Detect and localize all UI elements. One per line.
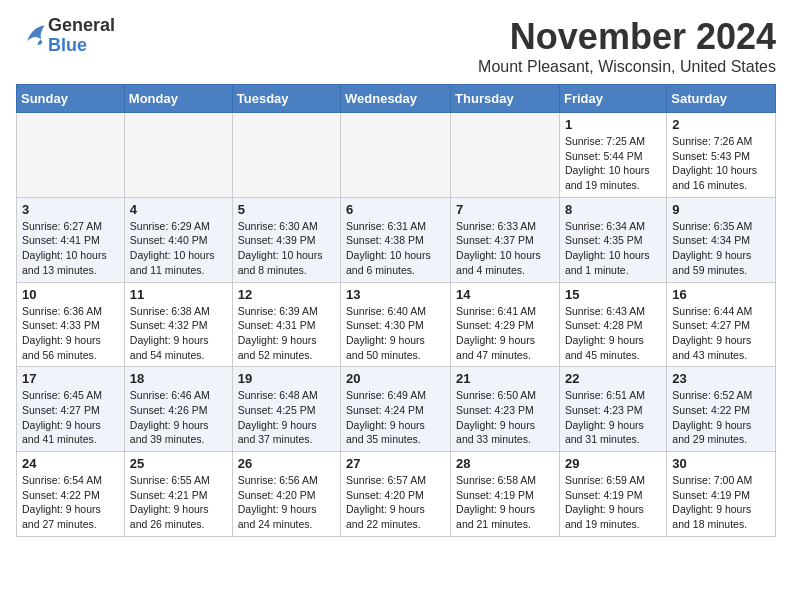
calendar-day-cell: 16Sunrise: 6:44 AM Sunset: 4:27 PM Dayli…	[667, 282, 776, 367]
day-info: Sunrise: 6:36 AM Sunset: 4:33 PM Dayligh…	[22, 304, 119, 363]
calendar-week-row: 1Sunrise: 7:25 AM Sunset: 5:44 PM Daylig…	[17, 113, 776, 198]
day-number: 3	[22, 202, 119, 217]
day-number: 10	[22, 287, 119, 302]
calendar-day-cell: 13Sunrise: 6:40 AM Sunset: 4:30 PM Dayli…	[341, 282, 451, 367]
calendar-week-row: 17Sunrise: 6:45 AM Sunset: 4:27 PM Dayli…	[17, 367, 776, 452]
day-info: Sunrise: 6:50 AM Sunset: 4:23 PM Dayligh…	[456, 388, 554, 447]
logo-bird-icon	[20, 20, 48, 48]
calendar-body: 1Sunrise: 7:25 AM Sunset: 5:44 PM Daylig…	[17, 113, 776, 537]
day-number: 17	[22, 371, 119, 386]
day-info: Sunrise: 6:31 AM Sunset: 4:38 PM Dayligh…	[346, 219, 445, 278]
day-number: 21	[456, 371, 554, 386]
day-info: Sunrise: 6:44 AM Sunset: 4:27 PM Dayligh…	[672, 304, 770, 363]
calendar-day-cell: 15Sunrise: 6:43 AM Sunset: 4:28 PM Dayli…	[559, 282, 666, 367]
day-info: Sunrise: 6:59 AM Sunset: 4:19 PM Dayligh…	[565, 473, 661, 532]
calendar-day-cell: 2Sunrise: 7:26 AM Sunset: 5:43 PM Daylig…	[667, 113, 776, 198]
day-number: 15	[565, 287, 661, 302]
calendar-day-cell: 5Sunrise: 6:30 AM Sunset: 4:39 PM Daylig…	[232, 197, 340, 282]
day-info: Sunrise: 6:56 AM Sunset: 4:20 PM Dayligh…	[238, 473, 335, 532]
day-number: 2	[672, 117, 770, 132]
weekday-header-cell: Monday	[124, 85, 232, 113]
title-area: November 2024 Mount Pleasant, Wisconsin,…	[478, 16, 776, 76]
day-number: 27	[346, 456, 445, 471]
calendar-day-cell: 3Sunrise: 6:27 AM Sunset: 4:41 PM Daylig…	[17, 197, 125, 282]
day-info: Sunrise: 6:45 AM Sunset: 4:27 PM Dayligh…	[22, 388, 119, 447]
page-header: General Blue November 2024 Mount Pleasan…	[16, 16, 776, 76]
calendar-day-cell: 28Sunrise: 6:58 AM Sunset: 4:19 PM Dayli…	[451, 452, 560, 537]
day-number: 25	[130, 456, 227, 471]
day-info: Sunrise: 6:40 AM Sunset: 4:30 PM Dayligh…	[346, 304, 445, 363]
calendar-day-cell: 18Sunrise: 6:46 AM Sunset: 4:26 PM Dayli…	[124, 367, 232, 452]
day-info: Sunrise: 6:29 AM Sunset: 4:40 PM Dayligh…	[130, 219, 227, 278]
weekday-header-cell: Saturday	[667, 85, 776, 113]
day-number: 8	[565, 202, 661, 217]
calendar-day-cell: 25Sunrise: 6:55 AM Sunset: 4:21 PM Dayli…	[124, 452, 232, 537]
weekday-header-row: SundayMondayTuesdayWednesdayThursdayFrid…	[17, 85, 776, 113]
day-info: Sunrise: 6:55 AM Sunset: 4:21 PM Dayligh…	[130, 473, 227, 532]
calendar-week-row: 24Sunrise: 6:54 AM Sunset: 4:22 PM Dayli…	[17, 452, 776, 537]
calendar-day-cell: 14Sunrise: 6:41 AM Sunset: 4:29 PM Dayli…	[451, 282, 560, 367]
calendar-day-cell: 19Sunrise: 6:48 AM Sunset: 4:25 PM Dayli…	[232, 367, 340, 452]
calendar-day-cell: 12Sunrise: 6:39 AM Sunset: 4:31 PM Dayli…	[232, 282, 340, 367]
day-info: Sunrise: 6:34 AM Sunset: 4:35 PM Dayligh…	[565, 219, 661, 278]
day-number: 30	[672, 456, 770, 471]
calendar-day-cell: 23Sunrise: 6:52 AM Sunset: 4:22 PM Dayli…	[667, 367, 776, 452]
day-info: Sunrise: 6:41 AM Sunset: 4:29 PM Dayligh…	[456, 304, 554, 363]
day-info: Sunrise: 6:58 AM Sunset: 4:19 PM Dayligh…	[456, 473, 554, 532]
day-info: Sunrise: 6:43 AM Sunset: 4:28 PM Dayligh…	[565, 304, 661, 363]
calendar-day-cell	[17, 113, 125, 198]
calendar-day-cell: 11Sunrise: 6:38 AM Sunset: 4:32 PM Dayli…	[124, 282, 232, 367]
calendar-day-cell: 9Sunrise: 6:35 AM Sunset: 4:34 PM Daylig…	[667, 197, 776, 282]
calendar-day-cell	[451, 113, 560, 198]
day-number: 11	[130, 287, 227, 302]
day-number: 23	[672, 371, 770, 386]
weekday-header-cell: Sunday	[17, 85, 125, 113]
day-info: Sunrise: 6:49 AM Sunset: 4:24 PM Dayligh…	[346, 388, 445, 447]
calendar-day-cell: 17Sunrise: 6:45 AM Sunset: 4:27 PM Dayli…	[17, 367, 125, 452]
day-number: 29	[565, 456, 661, 471]
calendar-day-cell	[232, 113, 340, 198]
calendar-day-cell	[124, 113, 232, 198]
calendar-week-row: 10Sunrise: 6:36 AM Sunset: 4:33 PM Dayli…	[17, 282, 776, 367]
calendar-day-cell: 20Sunrise: 6:49 AM Sunset: 4:24 PM Dayli…	[341, 367, 451, 452]
calendar-day-cell: 27Sunrise: 6:57 AM Sunset: 4:20 PM Dayli…	[341, 452, 451, 537]
logo: General Blue	[16, 16, 115, 56]
day-info: Sunrise: 6:57 AM Sunset: 4:20 PM Dayligh…	[346, 473, 445, 532]
day-number: 1	[565, 117, 661, 132]
day-info: Sunrise: 6:48 AM Sunset: 4:25 PM Dayligh…	[238, 388, 335, 447]
day-info: Sunrise: 6:38 AM Sunset: 4:32 PM Dayligh…	[130, 304, 227, 363]
day-info: Sunrise: 6:51 AM Sunset: 4:23 PM Dayligh…	[565, 388, 661, 447]
day-info: Sunrise: 6:39 AM Sunset: 4:31 PM Dayligh…	[238, 304, 335, 363]
calendar-day-cell	[341, 113, 451, 198]
calendar-week-row: 3Sunrise: 6:27 AM Sunset: 4:41 PM Daylig…	[17, 197, 776, 282]
calendar-day-cell: 7Sunrise: 6:33 AM Sunset: 4:37 PM Daylig…	[451, 197, 560, 282]
day-number: 5	[238, 202, 335, 217]
calendar-day-cell: 6Sunrise: 6:31 AM Sunset: 4:38 PM Daylig…	[341, 197, 451, 282]
weekday-header-cell: Tuesday	[232, 85, 340, 113]
location-title: Mount Pleasant, Wisconsin, United States	[478, 58, 776, 76]
day-number: 18	[130, 371, 227, 386]
day-number: 4	[130, 202, 227, 217]
day-info: Sunrise: 6:46 AM Sunset: 4:26 PM Dayligh…	[130, 388, 227, 447]
day-number: 22	[565, 371, 661, 386]
weekday-header-cell: Friday	[559, 85, 666, 113]
weekday-header-cell: Thursday	[451, 85, 560, 113]
calendar-day-cell: 10Sunrise: 6:36 AM Sunset: 4:33 PM Dayli…	[17, 282, 125, 367]
day-info: Sunrise: 6:35 AM Sunset: 4:34 PM Dayligh…	[672, 219, 770, 278]
day-number: 9	[672, 202, 770, 217]
day-info: Sunrise: 6:52 AM Sunset: 4:22 PM Dayligh…	[672, 388, 770, 447]
calendar-day-cell: 21Sunrise: 6:50 AM Sunset: 4:23 PM Dayli…	[451, 367, 560, 452]
day-number: 16	[672, 287, 770, 302]
month-title: November 2024	[478, 16, 776, 58]
day-info: Sunrise: 7:00 AM Sunset: 4:19 PM Dayligh…	[672, 473, 770, 532]
day-info: Sunrise: 7:26 AM Sunset: 5:43 PM Dayligh…	[672, 134, 770, 193]
calendar-day-cell: 22Sunrise: 6:51 AM Sunset: 4:23 PM Dayli…	[559, 367, 666, 452]
day-number: 6	[346, 202, 445, 217]
calendar-table: SundayMondayTuesdayWednesdayThursdayFrid…	[16, 84, 776, 537]
day-info: Sunrise: 6:30 AM Sunset: 4:39 PM Dayligh…	[238, 219, 335, 278]
calendar-day-cell: 4Sunrise: 6:29 AM Sunset: 4:40 PM Daylig…	[124, 197, 232, 282]
calendar-day-cell: 24Sunrise: 6:54 AM Sunset: 4:22 PM Dayli…	[17, 452, 125, 537]
logo-text: General Blue	[48, 16, 115, 56]
day-info: Sunrise: 7:25 AM Sunset: 5:44 PM Dayligh…	[565, 134, 661, 193]
calendar-day-cell: 30Sunrise: 7:00 AM Sunset: 4:19 PM Dayli…	[667, 452, 776, 537]
